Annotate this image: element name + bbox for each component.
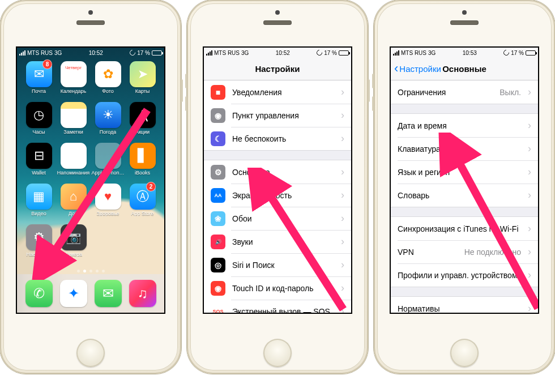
chevron-right-icon: › (341, 236, 344, 248)
maps-icon: ➤ (130, 61, 156, 87)
do-not-disturb-icon: ☾ (211, 131, 225, 146)
control-center-icon: ◉ (211, 108, 225, 123)
weather-icon: ☀ (95, 102, 121, 128)
row-touchid[interactable]: ◉ Touch ID и код-пароль › (204, 276, 351, 300)
row-display[interactable]: AA Экран и яркость › (204, 184, 351, 207)
nav-back-button[interactable]: ‹ Настройки (394, 58, 441, 80)
chevron-right-icon: › (341, 212, 344, 224)
status-bar: MTS RUS 3G 10:53 17 % (391, 48, 538, 58)
row-profiles[interactable]: Профили и управл. устройством › (391, 263, 538, 287)
app-photos-icon[interactable]: ✿Фото (91, 61, 125, 101)
chevron-right-icon: › (341, 86, 344, 98)
row-notifications[interactable]: ■ Уведомления › (204, 80, 351, 104)
chevron-left-icon: ‹ (394, 62, 398, 75)
phone-icon[interactable]: ✆ (25, 280, 53, 307)
app-settings-icon[interactable]: ⚙Настройки (22, 224, 56, 264)
dock: ✆✦✉♫ (17, 274, 164, 313)
camera-icon: 📷 (61, 224, 87, 250)
chevron-right-icon: › (528, 302, 531, 313)
row-siri[interactable]: ◎ Siri и Поиск › (204, 253, 351, 276)
row-general[interactable]: ⚙ Основные › (204, 160, 351, 184)
photos-icon: ✿ (95, 61, 121, 87)
sync-icon (502, 49, 510, 57)
nav-bar: ‹ Настройки Основные (391, 58, 538, 80)
row-wallpaper[interactable]: ❀ Обои › (204, 207, 351, 230)
status-bar: MTS RUS 3G 10:52 17 % (17, 48, 164, 58)
status-bar: MTS RUS 3G 10:52 17 % (204, 48, 351, 58)
chevron-right-icon: › (341, 305, 344, 313)
chevron-right-icon: › (341, 282, 344, 294)
app-clock-icon[interactable]: ◷Часы (22, 102, 56, 142)
touchid-icon: ◉ (211, 281, 225, 296)
nav-title: Основные (442, 64, 486, 74)
app-appstore-icon[interactable]: ⒶApp Store2 (125, 184, 160, 223)
wallet-icon: ⊟ (26, 143, 52, 169)
row-control-center[interactable]: ◉ Пункт управления › (204, 104, 351, 127)
app-notes-icon[interactable]: Заметки (56, 102, 91, 142)
page-indicator[interactable] (17, 268, 164, 274)
row-itunes-wifi[interactable]: Синхронизация с iTunes по Wi-Fi › (391, 217, 538, 240)
settings-icon: ⚙ (26, 224, 52, 250)
general-icon: ⚙ (211, 165, 225, 180)
clock-icon: ◷ (26, 102, 52, 128)
stocks-icon: ⋀ (130, 102, 156, 128)
status-time: 10:53 (463, 50, 477, 56)
phone-settings: MTS RUS 3G 10:52 17 % Настройки ■ Уведом… (187, 0, 368, 392)
badge: 2 (146, 182, 156, 191)
row-vpn[interactable]: VPN Не подключено › (391, 240, 538, 263)
chevron-right-icon: › (528, 189, 531, 201)
app-videos-icon[interactable]: ▦Видео (22, 184, 56, 223)
chevron-right-icon: › (528, 269, 531, 281)
row-keyboard[interactable]: Клавиатура › (391, 137, 538, 160)
sync-icon (315, 49, 323, 57)
chevron-right-icon: › (528, 166, 531, 178)
app-wallet-icon[interactable]: ⊟Wallet (22, 143, 56, 182)
app-camera-icon[interactable]: 📷Камера (56, 224, 91, 264)
row-restrictions[interactable]: Ограничения Выкл. › (391, 80, 538, 104)
row-date-time[interactable]: Дата и время › (391, 114, 538, 137)
nav-bar: Настройки (204, 58, 351, 80)
safari-icon[interactable]: ✦ (60, 280, 87, 307)
app-folder-icon[interactable]: Apple-iPhon… (91, 143, 125, 182)
home-button[interactable] (450, 339, 479, 367)
chevron-right-icon: › (528, 143, 531, 155)
home-button[interactable] (76, 339, 105, 367)
chevron-right-icon: › (341, 259, 344, 271)
display-icon: AA (211, 188, 225, 203)
app-mail-icon[interactable]: ✉Почта8 (22, 61, 56, 101)
app-home-icon[interactable]: ⌂Дом (56, 184, 91, 223)
app-health-icon[interactable]: ♥Здоровье (91, 184, 125, 223)
videos-icon: ▦ (26, 184, 52, 210)
chevron-right-icon: › (341, 166, 344, 178)
sounds-icon: 🔊 (211, 235, 225, 249)
chevron-right-icon: › (528, 120, 531, 131)
health-icon: ♥ (95, 184, 121, 210)
phone-home: MTS RUS 3G 10:52 17 % ✉Почта8Четверг10Ка… (0, 0, 181, 392)
sync-icon (129, 49, 136, 57)
row-dictionary[interactable]: Словарь › (391, 184, 538, 207)
music-icon[interactable]: ♫ (129, 280, 156, 307)
badge: 8 (42, 59, 52, 69)
app-stocks-icon[interactable]: ⋀Акции (125, 102, 160, 142)
reminders-icon: ≣ (61, 143, 87, 169)
chevron-right-icon: › (528, 246, 531, 258)
status-time: 10:52 (276, 50, 290, 56)
siri-icon: ◎ (211, 258, 225, 272)
folder-icon (95, 143, 121, 169)
app-calendar-icon[interactable]: Четверг10Календарь (56, 61, 91, 101)
row-regulatory[interactable]: Нормативы › (391, 297, 538, 313)
chevron-right-icon: › (341, 133, 344, 144)
app-ibooks-icon[interactable]: ▋iBooks (125, 143, 160, 182)
row-do-not-disturb[interactable]: ☾ Не беспокоить › (204, 127, 351, 150)
nav-title: Настройки (255, 64, 300, 74)
home-button[interactable] (263, 339, 292, 367)
app-reminders-icon[interactable]: ≣Напоминания (56, 143, 91, 182)
chevron-right-icon: › (341, 189, 344, 201)
row-sounds[interactable]: 🔊 Звуки › (204, 230, 351, 253)
messages-icon[interactable]: ✉ (95, 280, 122, 307)
row-language[interactable]: Язык и регион › (391, 160, 538, 184)
row-sos[interactable]: SOS Экстренный вызов — SOS › (204, 300, 351, 313)
sos-icon: SOS (211, 304, 225, 313)
app-weather-icon[interactable]: ☀Погода (91, 102, 125, 142)
app-maps-icon[interactable]: ➤Карты (125, 61, 160, 101)
